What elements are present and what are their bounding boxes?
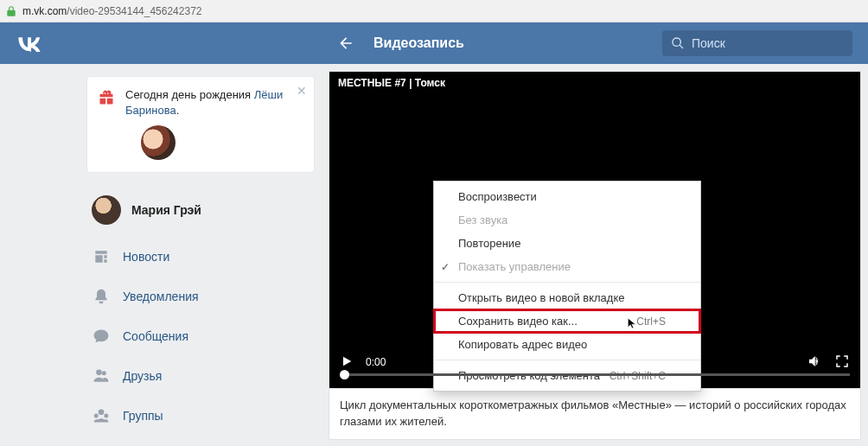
context-menu-label: Сохранить видео как... [458,315,578,328]
search-icon [671,36,685,50]
nav-label: Группы [123,409,163,423]
gift-icon [98,89,115,110]
context-menu-label: Повторение [458,237,520,250]
page-title: Видеозапись [373,35,662,51]
context-menu-label: Копировать адрес видео [458,338,587,351]
context-menu-divider [434,282,700,283]
context-menu-item[interactable]: Повторение [434,232,700,255]
friends-icon [92,366,111,385]
nav-label: Сообщения [123,329,188,343]
close-icon[interactable]: ✕ [297,84,307,98]
context-menu-shortcut: Ctrl+S [636,315,666,328]
profile-name: Мария Грэй [131,203,201,217]
birthday-card: Сегодня день рождения Лёши Баринова. ✕ [86,76,315,173]
back-button[interactable] [335,33,356,54]
profile-row[interactable]: Мария Грэй [86,188,315,237]
url-text[interactable]: m.vk.com/video-29534144_456242372 [22,5,202,17]
context-menu-item[interactable]: Сохранить видео как...Ctrl+S [434,309,700,333]
nav-label: Уведомления [123,290,199,303]
nav-item-friends[interactable]: Друзья [86,356,315,396]
context-menu-label: Воспроизвести [458,190,537,203]
lock-icon [5,5,17,17]
bell-icon [92,287,111,306]
nav-item-chat[interactable]: Сообщения [86,316,315,356]
sidebar: Сегодня день рождения Лёши Баринова. ✕ М… [0,64,329,446]
play-icon[interactable] [340,354,354,371]
context-menu-label: Показать управление [458,260,571,273]
video-time: 0:00 [366,356,386,368]
nav-item-groups[interactable]: Группы [86,396,315,436]
volume-icon[interactable] [807,354,822,372]
nav-item-news[interactable]: Новости [86,237,315,277]
context-menu-item: Показать управление [434,255,700,278]
vk-logo[interactable] [16,35,102,52]
profile-avatar [92,195,121,225]
main-content: МЕСТНЫЕ #7 | Томск ВоспроизвестиБез звук… [329,64,868,446]
news-icon [92,247,111,266]
groups-icon [92,406,111,425]
nav-item-bell[interactable]: Уведомления [86,277,315,316]
search-placeholder: Поиск [692,36,725,50]
context-menu-item[interactable]: Воспроизвести [434,185,700,208]
birthday-avatar[interactable] [141,125,176,160]
browser-address-bar: m.vk.com/video-29534144_456242372 [0,0,868,22]
video-title: МЕСТНЫЕ #7 | Томск [329,72,860,94]
context-menu-label: Открыть видео в новой вкладке [458,291,625,304]
video-description: Цикл документальных короткометражных фил… [329,388,860,439]
context-menu-item[interactable]: Открыть видео в новой вкладке [434,286,700,309]
vk-header: Видеозапись Поиск [0,22,868,64]
context-menu-item: Без звука [434,208,700,232]
nav-label: Друзья [123,369,162,383]
fullscreen-icon[interactable] [834,354,850,372]
video-controls: 0:00 [329,350,860,388]
context-menu-label: Без звука [458,213,507,226]
nav-item-photos[interactable]: Фотографии [86,436,315,446]
progress-bar[interactable] [329,374,860,379]
birthday-text: Сегодня день рождения [125,88,251,101]
chat-icon [92,327,111,346]
search-box[interactable]: Поиск [662,30,852,56]
video-player[interactable]: ВоспроизвестиБез звукаПовторениеПоказать… [329,94,860,388]
nav-label: Новости [123,250,169,264]
video-card: МЕСТНЫЕ #7 | Томск ВоспроизвестиБез звук… [329,71,861,440]
